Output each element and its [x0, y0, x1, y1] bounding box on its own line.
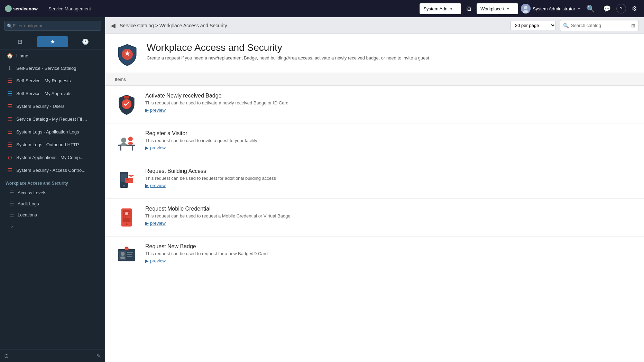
sidebar-item-label: System Applications - My Comp... — [16, 155, 83, 160]
logo-svg: servicenow. — [4, 3, 46, 14]
catalog-item-building-access[interactable]: Request Building Access This request can… — [105, 161, 644, 199]
sidebar-item-label: System Security - Access Contro... — [16, 168, 85, 173]
play-icon: ▶ — [145, 221, 149, 226]
sidebar-subitem-audit-logs[interactable]: ☰ Audit Logs — [0, 198, 105, 209]
catalog-item-activate-badge[interactable]: Activate Newly received Badge This reque… — [105, 86, 644, 123]
building-access-icon — [115, 168, 138, 192]
play-icon: ▶ — [145, 108, 149, 113]
sidebar-item-system-logs-app[interactable]: ☰ System Logs - Application Logs — [0, 126, 105, 138]
collapse-icon: ⌄ — [10, 223, 14, 229]
sidebar-item-self-service-catalog[interactable]: ℹ Self-Service - Service Catalog — [0, 62, 105, 74]
list-icon: ☰ — [7, 103, 13, 110]
catalog-header-icon — [115, 42, 140, 67]
search-icon-button[interactable]: 🔍 — [583, 3, 598, 14]
avatar-image — [521, 4, 531, 13]
catalog-content: Workplace Access and Security Create a r… — [105, 34, 644, 362]
mobile-credential-icon — [115, 206, 138, 229]
expand-icon[interactable]: ⊞ — [631, 23, 635, 28]
sidebar-item-system-logs-http[interactable]: ☰ System Logs - Outbound HTTP ... — [0, 138, 105, 151]
tab-all[interactable]: ⊞ — [4, 36, 36, 47]
catalog-item-mobile-credential[interactable]: Request Mobile Credential This request c… — [105, 199, 644, 236]
system-admin-dropdown[interactable]: System Adn ▼ — [420, 3, 461, 14]
user-name: System Administrator — [533, 6, 575, 11]
sidebar-item-system-apps[interactable]: ⊙ System Applications - My Comp... — [0, 151, 105, 164]
list-icon: ☰ — [7, 90, 13, 97]
settings-icon-button[interactable]: ⚙ — [629, 3, 640, 14]
sidebar-subitem-label: Audit Logs — [18, 201, 39, 206]
sidebar-item-label: Service Catalog - My Request Fil ... — [16, 117, 87, 122]
preview-link[interactable]: ▶ preview — [145, 258, 634, 263]
list-icon: ☰ — [7, 129, 13, 135]
sidebar-item-self-service-requests[interactable]: ☰ Self-Service - My Requests — [0, 74, 105, 87]
item-title: Request Mobile Credential — [145, 206, 634, 212]
filter-navigator-input[interactable] — [4, 21, 101, 31]
help-icon-button[interactable]: ? — [616, 4, 626, 13]
tab-history[interactable]: 🕐 — [70, 36, 101, 47]
item-description: This request can be used to activate a n… — [145, 100, 634, 105]
workplace-section-header: Workplace Access and Security — [0, 177, 105, 187]
chat-icon-button[interactable]: 💬 — [600, 3, 614, 14]
sidebar-item-system-security-access[interactable]: ☰ System Security - Access Contro... — [0, 164, 105, 177]
sidebar: 🔍 ⊞ ★ 🕐 🏠 Home ℹ Self-Service - Service … — [0, 17, 105, 362]
preview-link[interactable]: ▶ preview — [145, 183, 634, 188]
circle-nav-icon[interactable]: ⊙ — [4, 353, 9, 359]
workplace-dropdown[interactable]: Workplace / ▼ — [477, 3, 518, 14]
sidebar-item-label: Home — [16, 53, 28, 58]
back-button[interactable]: ◀ — [111, 22, 116, 29]
sidebar-item-home[interactable]: 🏠 Home — [0, 49, 105, 62]
list-sub-icon: ☰ — [10, 201, 14, 206]
user-menu[interactable]: System Administrator ▼ — [521, 4, 581, 13]
items-section-label: Items — [105, 73, 644, 86]
svg-rect-10 — [132, 146, 133, 150]
sidebar-subitem-locations[interactable]: ☰ Locations — [0, 209, 105, 220]
svg-rect-9 — [120, 146, 121, 150]
activate-badge-content: Activate Newly received Badge This reque… — [145, 93, 634, 113]
edit-icon[interactable]: ✎ — [96, 353, 101, 359]
activate-badge-icon — [115, 93, 138, 116]
sidebar-subitem-access-levels[interactable]: ☰ Access Levels — [0, 187, 105, 198]
search-catalog-icon: 🔍 — [563, 23, 569, 28]
svg-rect-25 — [124, 214, 126, 216]
sidebar-item-system-security-users[interactable]: ☰ System Security - Users — [0, 100, 105, 113]
svg-rect-28 — [124, 216, 126, 218]
catalog-item-register-visitor[interactable]: Register a Visitor This request can be u… — [105, 123, 644, 161]
chevron-down-icon: ▼ — [450, 7, 453, 11]
sidebar-item-label: System Logs - Application Logs — [16, 129, 79, 134]
sidebar-tabs: ⊞ ★ 🕐 — [0, 34, 105, 49]
svg-point-12 — [120, 143, 127, 146]
svg-point-14 — [128, 142, 133, 145]
workplace-shield-icon — [115, 42, 140, 67]
sidebar-item-self-service-approvals[interactable]: ☰ Self-Service - My Approvals — [0, 87, 105, 100]
item-title: Register a Visitor — [145, 130, 634, 137]
servicenow-logo: servicenow. — [4, 3, 46, 14]
per-page-dropdown[interactable]: 10 per page 20 per page 50 per page 100 … — [510, 21, 556, 30]
copy-icon-button[interactable]: ⧉ — [464, 4, 474, 14]
search-catalog-wrap: 🔍 ⊞ — [560, 20, 638, 31]
preview-link[interactable]: ▶ preview — [145, 145, 634, 150]
svg-point-31 — [125, 212, 128, 215]
svg-point-11 — [121, 138, 126, 143]
svg-rect-30 — [128, 216, 130, 218]
search-catalog-input[interactable] — [571, 23, 629, 28]
breadcrumb: Service Catalog > Workplace Access and S… — [120, 23, 506, 28]
items-section: Items Activate Newly received Badge Th — [105, 73, 644, 274]
sidebar-item-service-catalog-filter[interactable]: ☰ Service Catalog - My Request Fil ... — [0, 113, 105, 126]
list-icon: ☰ — [7, 141, 13, 148]
register-visitor-icon — [115, 130, 138, 154]
catalog-item-new-badge[interactable]: Request New Badge This request can be us… — [105, 236, 644, 274]
sidebar-bottom: ⊙ ✎ — [0, 350, 105, 362]
svg-text:servicenow.: servicenow. — [13, 6, 39, 11]
item-description: This request can be used to request a Mo… — [145, 213, 634, 219]
breadcrumb-bar: ◀ Service Catalog > Workplace Access and… — [105, 17, 644, 34]
preview-link[interactable]: ▶ preview — [145, 221, 634, 226]
preview-link[interactable]: ▶ preview — [145, 108, 634, 113]
svg-point-17 — [123, 185, 125, 187]
register-visitor-content: Register a Visitor This request can be u… — [145, 130, 634, 150]
tab-favorites[interactable]: ★ — [37, 36, 68, 47]
catalog-title: Workplace Access and Security — [147, 42, 634, 53]
main-layout: 🔍 ⊞ ★ 🕐 🏠 Home ℹ Self-Service - Service … — [0, 17, 644, 362]
avatar — [521, 4, 531, 13]
sidebar-collapse[interactable]: ⌄ — [0, 220, 105, 231]
svg-point-32 — [126, 223, 128, 225]
svg-rect-37 — [127, 252, 133, 253]
